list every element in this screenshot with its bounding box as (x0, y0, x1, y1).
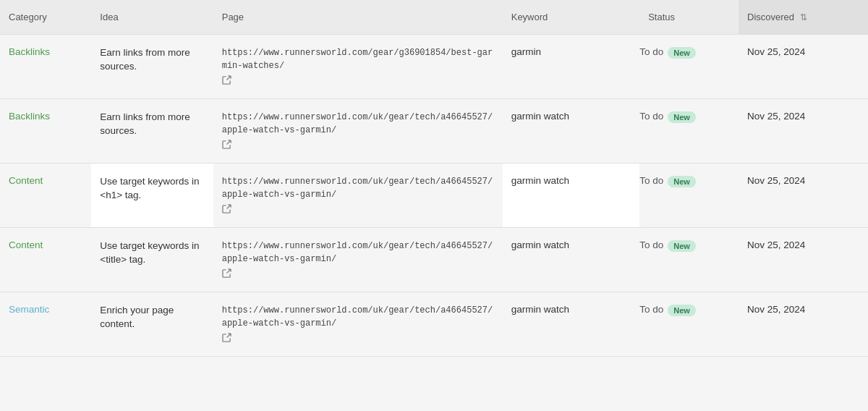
keyword-text: garmin (511, 46, 541, 57)
page-cell: https://www.runnersworld.com/uk/gear/tec… (213, 164, 503, 228)
discovered-date: Nov 25, 2024 (747, 304, 805, 315)
status-cell: To doNew (639, 292, 739, 357)
discovered-cell: Nov 25, 2024 (739, 228, 868, 292)
keyword-cell: garmin watch (503, 292, 639, 357)
table-row: BacklinksEarn links from more sources.ht… (0, 35, 868, 99)
keyword-cell: garmin watch (503, 228, 639, 292)
header-discovered[interactable]: Discovered ⇅ (739, 0, 868, 35)
idea-text: Use target keywords in <title> tag. (100, 240, 199, 265)
keyword-text: garmin watch (511, 111, 569, 122)
external-link-icon[interactable] (222, 204, 231, 213)
status-text: To do (639, 304, 663, 315)
discovered-cell: Nov 25, 2024 (739, 164, 868, 228)
status-cell: To doNew (639, 35, 739, 99)
category-cell: Backlinks (0, 35, 91, 99)
header-discovered-label: Discovered (747, 12, 794, 22)
status-text: To do (639, 46, 663, 57)
page-url-text: https://www.runnersworld.com/uk/gear/tec… (222, 240, 494, 266)
table-header-row: Category Idea Page Keyword Status Discov… (0, 0, 868, 35)
sort-icon[interactable]: ⇅ (800, 12, 807, 22)
header-category: Category (0, 0, 91, 35)
table-row: ContentUse target keywords in <title> ta… (0, 228, 868, 292)
keyword-cell: garmin watch (503, 99, 639, 164)
status-text: To do (639, 111, 663, 122)
table-row: ContentUse target keywords in <h1> tag.h… (0, 164, 868, 228)
header-page: Page (213, 0, 503, 35)
discovered-cell: Nov 25, 2024 (739, 292, 868, 357)
discovered-cell: Nov 25, 2024 (739, 35, 868, 99)
idea-text: Use target keywords in <h1> tag. (100, 176, 199, 200)
page-url-text: https://www.runnersworld.com/gear/g36901… (222, 46, 494, 72)
table-row: SemanticEnrich your page content.https:/… (0, 292, 868, 357)
keyword-text: garmin watch (511, 304, 569, 315)
keyword-text: garmin watch (511, 175, 569, 186)
page-cell: https://www.runnersworld.com/gear/g36901… (213, 35, 503, 99)
category-cell: Backlinks (0, 99, 91, 164)
external-link-icon[interactable] (222, 268, 231, 278)
category-label[interactable]: Semantic (9, 304, 49, 315)
idea-text: Earn links from more sources. (100, 111, 190, 136)
category-label[interactable]: Content (9, 175, 43, 186)
discovered-date: Nov 25, 2024 (747, 240, 805, 250)
category-label[interactable]: Backlinks (9, 111, 50, 122)
page-cell: https://www.runnersworld.com/uk/gear/tec… (213, 292, 503, 357)
new-badge: New (668, 240, 696, 252)
page-url-text: https://www.runnersworld.com/uk/gear/tec… (222, 111, 494, 137)
status-text: To do (639, 175, 663, 186)
status-text: To do (639, 240, 663, 250)
page-url-text: https://www.runnersworld.com/uk/gear/tec… (222, 304, 494, 330)
idea-cell: Enrich your page content. (91, 292, 213, 357)
category-label[interactable]: Backlinks (9, 46, 50, 57)
data-table: Category Idea Page Keyword Status Discov… (0, 0, 868, 357)
status-cell: To doNew (639, 99, 739, 164)
page-url-text: https://www.runnersworld.com/uk/gear/tec… (222, 175, 494, 201)
new-badge: New (668, 47, 696, 59)
discovered-cell: Nov 25, 2024 (739, 99, 868, 164)
page-cell: https://www.runnersworld.com/uk/gear/tec… (213, 228, 503, 292)
header-keyword: Keyword (503, 0, 639, 35)
idea-text: Enrich your page content. (100, 305, 174, 329)
keyword-cell: garmin watch (503, 164, 639, 228)
new-badge: New (668, 111, 696, 123)
idea-cell: Use target keywords in <h1> tag. (91, 164, 213, 228)
idea-cell: Use target keywords in <title> tag. (91, 228, 213, 292)
category-label[interactable]: Content (9, 240, 43, 250)
status-cell: To doNew (639, 164, 739, 228)
category-cell: Semantic (0, 292, 91, 357)
discovered-date: Nov 25, 2024 (747, 46, 805, 57)
external-link-icon[interactable] (222, 140, 231, 149)
discovered-date: Nov 25, 2024 (747, 175, 805, 186)
header-idea: Idea (91, 0, 213, 35)
main-table-container: Category Idea Page Keyword Status Discov… (0, 0, 868, 411)
keyword-text: garmin watch (511, 240, 569, 250)
discovered-date: Nov 25, 2024 (747, 111, 805, 122)
keyword-cell: garmin (503, 35, 639, 99)
table-row: BacklinksEarn links from more sources.ht… (0, 99, 868, 164)
new-badge: New (668, 176, 696, 187)
page-cell: https://www.runnersworld.com/uk/gear/tec… (213, 99, 503, 164)
status-cell: To doNew (639, 228, 739, 292)
external-link-icon[interactable] (222, 75, 231, 85)
idea-text: Earn links from more sources. (100, 47, 190, 72)
idea-cell: Earn links from more sources. (91, 99, 213, 164)
idea-cell: Earn links from more sources. (91, 35, 213, 99)
new-badge: New (668, 305, 696, 316)
category-cell: Content (0, 164, 91, 228)
header-status: Status (639, 0, 739, 35)
external-link-icon[interactable] (222, 333, 231, 342)
category-cell: Content (0, 228, 91, 292)
